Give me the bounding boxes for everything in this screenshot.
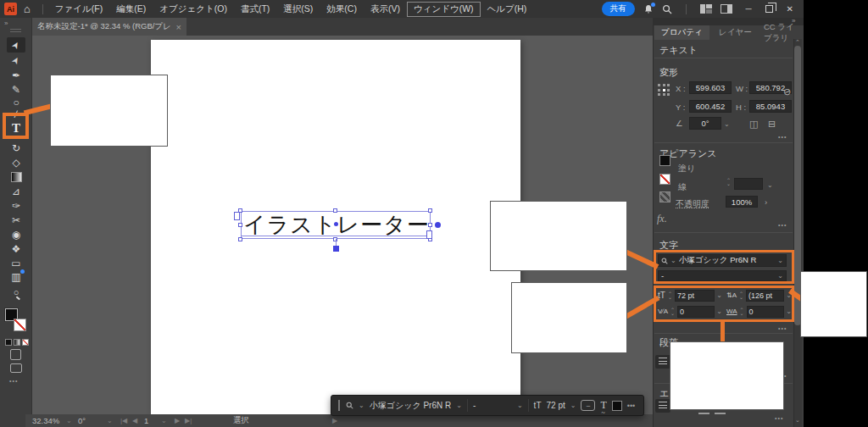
stroke-chevron-icon[interactable]: ⌄ (767, 181, 773, 189)
stroke-weight-stepper[interactable]: ⌃⌄ (726, 179, 732, 186)
anchor-point-dot[interactable] (435, 222, 441, 228)
document-tab[interactable]: 名称未設定-1* @ 32.34 % (RGB/プレビュー) × (32, 18, 186, 36)
search-chevron-icon[interactable]: ⌄ (359, 402, 364, 409)
rotation-chevron-icon[interactable]: ⌄ (107, 414, 113, 427)
app-logo-icon[interactable]: Ai (4, 3, 17, 15)
gradient-tool[interactable] (7, 169, 25, 185)
prev-artboard-icon[interactable]: ◀ (132, 414, 137, 427)
fill-swatch[interactable] (659, 155, 670, 166)
stroke-color-swatch[interactable] (14, 319, 26, 331)
toolbar-collapse-icon[interactable]: » (4, 19, 8, 27)
none-button[interactable] (22, 339, 29, 346)
transform-more-icon[interactable]: ••• (778, 134, 787, 140)
gradient-button[interactable] (14, 339, 20, 346)
scroll-down-icon[interactable]: ⌄ (795, 417, 800, 424)
taskbar-more-icon[interactable]: ••• (627, 402, 635, 410)
notifications-button[interactable] (643, 4, 654, 14)
font-name-select[interactable]: 小塚ゴシック Pr6N R (370, 400, 452, 412)
font-size-select[interactable]: 72 pt (547, 401, 565, 410)
panel-bottom-more-icon[interactable]: ••• (775, 415, 783, 421)
eraser-tool[interactable]: ◇ (7, 155, 25, 170)
hand-tool[interactable]: ❖ (7, 241, 25, 257)
menu-help[interactable]: ヘルプ(H) (481, 2, 534, 17)
scissors-tool[interactable]: ✂ (7, 213, 25, 228)
flip-vertical-icon[interactable]: ⊟ (768, 119, 776, 130)
arrange-documents-icon[interactable] (721, 4, 732, 14)
menu-select[interactable]: 選択(S) (276, 2, 320, 17)
draw-mode-button[interactable] (10, 349, 21, 360)
selection-tool[interactable]: ➤ (7, 37, 25, 53)
character-more-icon[interactable]: ••• (778, 325, 787, 331)
angle-chevron-icon[interactable]: ⌄ (724, 120, 730, 128)
reference-point-grid[interactable] (658, 84, 671, 97)
menu-effect[interactable]: 効果(C) (320, 2, 364, 17)
tab-close-icon[interactable]: × (176, 22, 181, 32)
screen-mode-button[interactable] (10, 363, 22, 373)
rotation-value[interactable]: 0° (78, 414, 86, 427)
font-style-chevron-icon[interactable]: ⌄ (517, 402, 523, 409)
options-button[interactable]: – (581, 400, 595, 411)
graph-tool[interactable]: ▥ (7, 269, 25, 285)
eyedropper-tool[interactable]: ✑ (7, 198, 25, 214)
last-artboard-icon[interactable]: ▶| (185, 414, 192, 427)
font-name-chevron-icon[interactable]: ⌄ (456, 402, 462, 409)
pen-tool[interactable]: ✒ (7, 68, 25, 83)
selection-handle[interactable] (238, 223, 242, 227)
appearance-more-icon[interactable]: ••• (778, 222, 787, 228)
align-left-button[interactable] (655, 355, 670, 369)
text-color-swatch[interactable] (612, 401, 622, 411)
menu-object[interactable]: オブジェクト(O) (153, 2, 234, 17)
artboard-number[interactable]: 1 (144, 414, 148, 427)
scroll-up-icon[interactable]: ⌃ (795, 39, 800, 46)
font-style-select[interactable]: - (473, 401, 512, 410)
text-out-port[interactable] (426, 230, 432, 239)
menu-file[interactable]: ファイル(F) (48, 2, 109, 17)
tab-cc-libraries[interactable]: CC ライブラリ (757, 25, 804, 40)
fx-button[interactable]: fx. (657, 213, 667, 225)
tab-layers[interactable]: レイヤー (712, 25, 759, 40)
x-field[interactable]: 599.603 (689, 81, 732, 94)
selection-handle[interactable] (428, 223, 432, 227)
taskbar-drag-handle[interactable] (338, 400, 341, 411)
ruler-tool[interactable]: ⊿ (7, 184, 25, 199)
stem-handle[interactable] (333, 246, 339, 252)
rotate-tool[interactable]: ↻ (7, 141, 25, 156)
selection-handle[interactable] (333, 208, 337, 213)
stroke-weight-field[interactable] (734, 178, 763, 190)
blend-tool[interactable]: ◉ (7, 227, 25, 242)
direct-selection-tool[interactable]: ➤ (7, 53, 25, 68)
home-icon[interactable]: ⌂ (24, 3, 31, 15)
menu-window[interactable]: ウィンドウ(W) (407, 2, 481, 17)
selection-handle[interactable] (238, 237, 242, 241)
menu-view[interactable]: 表示(V) (364, 2, 407, 17)
text-in-port[interactable] (234, 212, 240, 220)
workspace-icon[interactable] (700, 4, 712, 14)
tab-properties[interactable]: プロパティ (654, 25, 709, 40)
zoom-tool[interactable]: ○ (7, 285, 25, 300)
opacity-label[interactable]: 不透明度 (676, 198, 709, 210)
next-artboard-icon[interactable]: ▶ (175, 414, 180, 427)
status-expand-icon[interactable]: ▶ (332, 414, 337, 427)
flip-horizontal-icon[interactable]: ◫ (749, 119, 758, 130)
menu-edit[interactable]: 編集(E) (109, 2, 153, 17)
restore-button[interactable] (765, 5, 773, 13)
close-button[interactable]: ✕ (782, 4, 798, 14)
opacity-field[interactable]: 100% (726, 196, 758, 208)
h-field[interactable]: 85.0943 (749, 100, 792, 113)
search-icon[interactable] (662, 4, 672, 14)
y-field[interactable]: 600.452 (689, 100, 732, 113)
artboard-chevron-icon[interactable]: ⌄ (161, 414, 167, 427)
touch-type-button[interactable]: T (600, 399, 606, 412)
menu-type[interactable]: 書式(T) (234, 2, 276, 17)
toolbar-more-icon[interactable]: ••• (9, 378, 18, 384)
share-button[interactable]: 共有 (602, 2, 635, 16)
stroke-swatch[interactable] (659, 174, 670, 185)
zoom-chevron-icon[interactable]: ⌄ (66, 414, 72, 427)
zoom-level[interactable]: 32.34% (32, 414, 59, 427)
toolbar-grip[interactable] (10, 29, 21, 32)
font-size-chevron-icon[interactable]: ⌄ (570, 402, 576, 409)
first-artboard-icon[interactable]: |◀ (120, 414, 127, 427)
selection-handle[interactable] (428, 208, 432, 213)
area-type-button[interactable] (655, 399, 670, 413)
angle-field[interactable]: 0° (689, 117, 721, 130)
